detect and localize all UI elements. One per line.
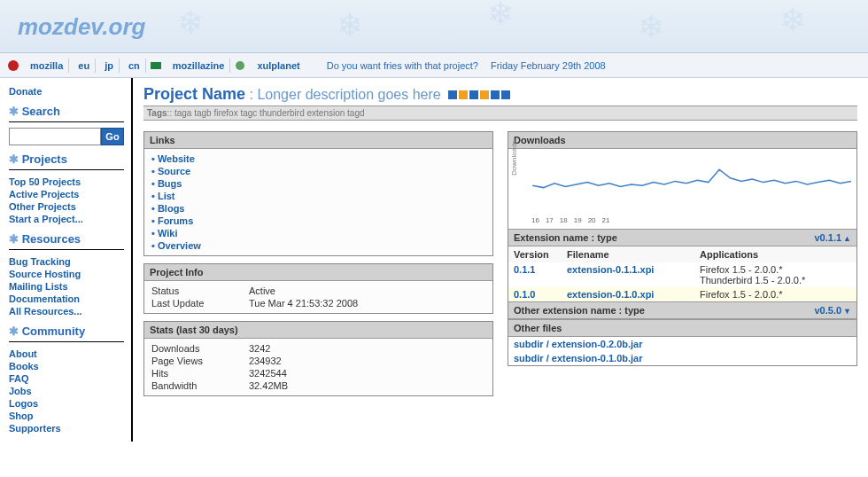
- sidebar-projects-h: Projects: [9, 152, 124, 170]
- extension-row-1[interactable]: Extension name : type v0.1.1▲: [508, 229, 856, 246]
- col-version: Version: [514, 249, 567, 260]
- header-date: Friday February 29th 2008: [491, 60, 606, 71]
- file-name[interactable]: extension-0.1.1.xpi: [567, 264, 700, 285]
- links-header: Links: [144, 132, 492, 149]
- snowflake-icon: ❄: [337, 7, 363, 44]
- link-blogs[interactable]: Blogs: [158, 203, 185, 214]
- sidebar-about[interactable]: About: [9, 348, 124, 360]
- sidebar-shop[interactable]: Shop: [9, 410, 124, 422]
- sidebar-bugs[interactable]: Bug Tracking: [9, 255, 124, 268]
- sidebar-jobs[interactable]: Jobs: [9, 385, 124, 397]
- link-list[interactable]: List: [158, 191, 175, 201]
- sidebar-resources-h: Resources: [9, 232, 124, 250]
- site-header: ❄ ❄ ❄ ❄ ❄ mozdev.org: [0, 0, 868, 53]
- snowflake-icon: ❄: [779, 2, 806, 39]
- sidebar-other[interactable]: Other Projects: [9, 200, 124, 213]
- ext2-ver: v0.5.0▼: [814, 305, 851, 316]
- sidebar-donate[interactable]: Donate: [9, 85, 124, 98]
- other-file-link[interactable]: subdir / extension-0.2.0b.jar: [514, 339, 643, 349]
- link-bugs[interactable]: Bugs: [158, 178, 182, 189]
- stats-panel: Stats (last 30 days) Downloads3242Page V…: [143, 321, 493, 396]
- links-panel: Links WebsiteSourceBugsListBlogsForumsWi…: [143, 131, 493, 256]
- kv-row: StatusActive: [151, 285, 485, 297]
- sidebar-books[interactable]: Books: [9, 360, 124, 372]
- sidebar-supporters[interactable]: Supporters: [9, 422, 124, 434]
- col-apps: Applications: [700, 249, 851, 260]
- link-source[interactable]: Source: [158, 166, 190, 176]
- kv-row: Downloads3242: [151, 342, 485, 355]
- file-name[interactable]: extension-0.1.0.xpi: [567, 289, 700, 300]
- nav-mozilla[interactable]: mozilla: [25, 59, 69, 73]
- nav-mozillazine[interactable]: mozillazine: [167, 59, 231, 73]
- kv-row: Last UpdateTue Mar 4 21:53:32 2008: [151, 297, 485, 309]
- sidebar-mailing[interactable]: Mailing Lists: [9, 280, 124, 293]
- sidebar-top50[interactable]: Top 50 Projects: [9, 176, 124, 188]
- site-logo[interactable]: mozdev.org: [18, 13, 145, 41]
- nav-cn[interactable]: cn: [123, 59, 146, 73]
- link-forums[interactable]: Forums: [158, 215, 193, 226]
- file-version[interactable]: 0.1.1: [514, 264, 567, 285]
- sidebar-allres[interactable]: All Resources...: [9, 305, 124, 317]
- tags-bar: Tags:: taga tagb firefox tagc thunderbir…: [143, 106, 857, 121]
- other-file-link[interactable]: subdir / extension-0.1.0b.jar: [514, 353, 643, 364]
- nav-eu[interactable]: eu: [73, 59, 96, 73]
- sidebar-faq[interactable]: FAQ: [9, 372, 124, 385]
- top-nav: mozilla eu jp cn mozillazine xulplanet D…: [0, 53, 868, 78]
- other-files-header: Other files: [508, 319, 856, 337]
- tags-label: Tags: [147, 108, 167, 118]
- search-input[interactable]: [9, 128, 101, 145]
- nav-xulplanet[interactable]: xulplanet: [252, 59, 305, 73]
- ext1-name: Extension name : type: [514, 232, 814, 243]
- svg-point-0: [8, 60, 19, 71]
- triangle-up-icon: ▲: [843, 234, 851, 243]
- sidebar-start[interactable]: Start a Project...: [9, 213, 124, 225]
- svg-point-2: [236, 61, 244, 70]
- stats-header: Stats (last 30 days): [144, 322, 492, 339]
- extension-row-2[interactable]: Other extension name : type v0.5.0▼: [508, 301, 856, 319]
- downloads-header: Downloads: [508, 132, 856, 149]
- ext2-name: Other extension name : type: [514, 305, 814, 316]
- sidebar-community-h: Community: [9, 325, 124, 342]
- sidebar-source[interactable]: Source Hosting: [9, 268, 124, 280]
- tags-list: :: taga tagb firefox tagc thunderbird ex…: [167, 108, 365, 118]
- kv-row: Page Views234932: [151, 355, 485, 367]
- file-header: Version Filename Applications: [508, 246, 856, 262]
- nav-jp[interactable]: jp: [99, 59, 120, 73]
- sidebar-docs[interactable]: Documentation: [9, 293, 124, 305]
- snowflake-icon: ❄: [487, 0, 514, 33]
- snowflake-icon: ❄: [177, 4, 204, 42]
- snowflake-icon: ❄: [638, 9, 664, 46]
- sidebar-active[interactable]: Active Projects: [9, 188, 124, 200]
- downloads-chart: Downloads 161718192021: [508, 149, 856, 229]
- main-content: Project Name : Longer description goes h…: [133, 78, 868, 442]
- promo-text: Do you want fries with that project?: [327, 60, 478, 71]
- search-go-button[interactable]: Go: [101, 128, 124, 145]
- svg-rect-1: [151, 62, 161, 69]
- link-wiki[interactable]: Wiki: [158, 228, 178, 238]
- file-row: 0.1.0extension-0.1.0.xpiFirefox 1.5 - 2.…: [508, 287, 856, 301]
- col-filename: Filename: [567, 249, 700, 260]
- file-apps: Firefox 1.5 - 2.0.0.*: [700, 289, 851, 300]
- kv-row: Hits3242544: [151, 367, 485, 379]
- zine-icon: [150, 59, 162, 72]
- sidebar: Donate Search Go Projects Top 50 Project…: [0, 78, 133, 442]
- info-panel: Project Info StatusActiveLast UpdateTue …: [143, 263, 493, 314]
- project-name[interactable]: Project Name: [143, 85, 245, 103]
- project-title-row: Project Name : Longer description goes h…: [143, 85, 857, 104]
- kv-row: Bandwidth32.42MB: [151, 379, 485, 392]
- sidebar-search-h: Search: [9, 105, 124, 122]
- file-version[interactable]: 0.1.0: [514, 289, 567, 300]
- project-sep: :: [245, 87, 257, 102]
- downloads-panel: Downloads Downloads 161718192021 Extensi…: [508, 131, 857, 366]
- link-website[interactable]: Website: [158, 153, 195, 164]
- sidebar-logos[interactable]: Logos: [9, 397, 124, 410]
- link-overview[interactable]: Overview: [158, 240, 201, 251]
- file-apps: Firefox 1.5 - 2.0.0.*Thunderbird 1.5 - 2…: [700, 264, 851, 285]
- chart-ylabel: Downloads: [510, 140, 518, 176]
- status-squares: [447, 90, 511, 101]
- triangle-down-icon: ▼: [843, 307, 851, 316]
- mozilla-icon: [7, 59, 19, 72]
- file-row: 0.1.1extension-0.1.1.xpiFirefox 1.5 - 2.…: [508, 262, 856, 287]
- ext1-ver: v0.1.1▲: [814, 232, 851, 243]
- project-desc: Longer description goes here: [257, 87, 440, 102]
